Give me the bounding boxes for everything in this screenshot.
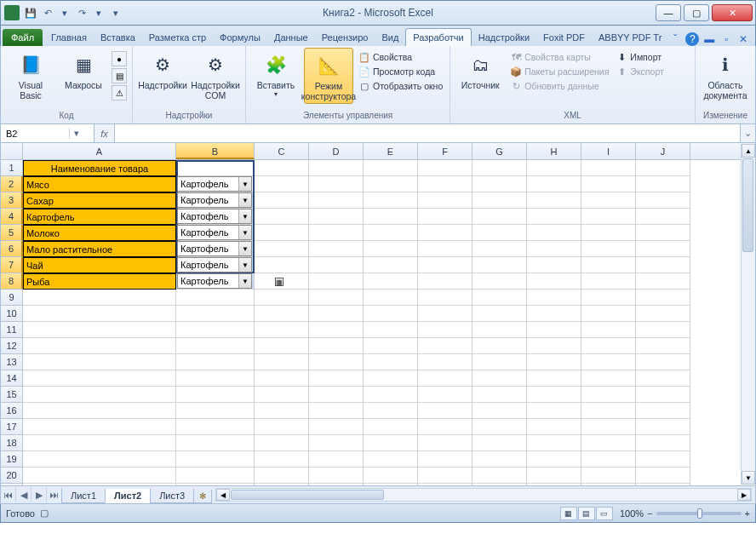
cell[interactable] — [418, 370, 472, 387]
tab-data[interactable]: Данные — [267, 29, 315, 46]
cell[interactable] — [309, 176, 364, 192]
cell[interactable] — [527, 387, 581, 403]
autofill-options-icon[interactable]: ▦ — [275, 278, 284, 286]
cell[interactable] — [255, 451, 309, 468]
cell[interactable] — [309, 209, 364, 225]
row-header[interactable]: 7 — [1, 257, 23, 273]
cell[interactable]: Сахар — [23, 192, 176, 209]
row-header[interactable]: 6 — [1, 241, 23, 257]
cell[interactable] — [472, 273, 527, 290]
cell[interactable] — [23, 354, 176, 370]
cell[interactable] — [364, 338, 418, 354]
macro-record-status-icon[interactable]: ▢ — [40, 508, 49, 519]
cell[interactable] — [581, 209, 636, 225]
row-header[interactable]: 10 — [1, 306, 23, 322]
zoom-out-button[interactable]: − — [647, 508, 652, 519]
cell[interactable] — [472, 160, 527, 176]
expansion-packs-button[interactable]: 📦Пакеты расширения — [508, 65, 610, 78]
cell[interactable] — [309, 257, 364, 273]
pagebreak-view-icon[interactable]: ▭ — [596, 507, 613, 520]
cell[interactable] — [255, 387, 309, 403]
cell[interactable] — [581, 403, 636, 419]
sheet-tab-2[interactable]: Лист2 — [105, 489, 151, 503]
sheet-nav-last-icon[interactable]: ⏭ — [47, 487, 62, 502]
cell[interactable] — [364, 354, 418, 370]
cell[interactable] — [527, 257, 581, 273]
cell[interactable] — [418, 435, 472, 451]
cell[interactable] — [472, 290, 527, 306]
cell[interactable] — [23, 468, 176, 484]
row-header[interactable]: 2 — [1, 176, 23, 192]
row-header[interactable]: 3 — [1, 192, 23, 209]
cell[interactable] — [23, 338, 176, 354]
cell[interactable] — [527, 225, 581, 241]
cell[interactable] — [255, 322, 309, 338]
cell[interactable] — [581, 435, 636, 451]
cell[interactable] — [527, 176, 581, 192]
name-box-input[interactable] — [1, 129, 69, 139]
cell[interactable] — [636, 403, 690, 419]
cell[interactable] — [581, 160, 636, 176]
cell[interactable] — [255, 354, 309, 370]
vscroll-thumb[interactable] — [742, 158, 753, 252]
cell[interactable] — [418, 419, 472, 435]
cell[interactable] — [636, 257, 690, 273]
hscroll-thumb[interactable] — [231, 490, 384, 500]
combobox-control[interactable]: Картофель▼ — [177, 192, 252, 208]
cell[interactable] — [472, 225, 527, 241]
save-icon[interactable]: 💾 — [23, 5, 38, 20]
cell[interactable] — [309, 322, 364, 338]
cell[interactable] — [472, 370, 527, 387]
undo-icon[interactable]: ↶ — [40, 5, 55, 20]
row-header[interactable]: 4 — [1, 209, 23, 225]
cell[interactable] — [364, 257, 418, 273]
cell[interactable] — [636, 468, 690, 484]
cell[interactable] — [364, 209, 418, 225]
cell[interactable] — [364, 387, 418, 403]
tab-review[interactable]: Рецензиро — [315, 29, 375, 46]
cell[interactable] — [23, 435, 176, 451]
chevron-down-icon[interactable]: ▼ — [238, 242, 251, 255]
cell[interactable] — [176, 484, 255, 485]
cell[interactable] — [636, 192, 690, 209]
cell[interactable] — [636, 451, 690, 468]
horizontal-scrollbar[interactable]: ◀ ▶ — [215, 488, 752, 502]
cell[interactable] — [472, 241, 527, 257]
cell[interactable] — [418, 387, 472, 403]
minimize-button[interactable]: — — [656, 4, 681, 21]
combobox-control[interactable]: Картофель▼ — [177, 225, 252, 240]
row-header[interactable]: 15 — [1, 387, 23, 403]
cell[interactable] — [364, 435, 418, 451]
cell[interactable] — [309, 451, 364, 468]
cell[interactable] — [636, 354, 690, 370]
expand-formula-icon[interactable]: ⌄ — [740, 124, 755, 142]
col-header-C[interactable]: C — [255, 143, 309, 159]
row-header[interactable]: 1 — [1, 160, 23, 176]
cell[interactable] — [23, 290, 176, 306]
cell[interactable] — [309, 273, 364, 290]
col-header-A[interactable]: A — [23, 143, 176, 159]
row-header[interactable]: 12 — [1, 338, 23, 354]
cell[interactable] — [364, 290, 418, 306]
row-header[interactable]: 9 — [1, 290, 23, 306]
cell[interactable] — [23, 322, 176, 338]
cell[interactable] — [581, 225, 636, 241]
relative-ref-icon[interactable]: ▤ — [112, 68, 127, 83]
cell[interactable] — [581, 176, 636, 192]
minimize-ribbon-icon[interactable]: ˇ — [668, 32, 682, 46]
cell[interactable]: Наименование товара — [23, 160, 176, 176]
col-header-E[interactable]: E — [364, 143, 418, 159]
cell[interactable] — [636, 176, 690, 192]
cell[interactable] — [364, 160, 418, 176]
row-header[interactable]: 20 — [1, 468, 23, 484]
row-header[interactable]: 21 — [1, 484, 23, 485]
export-button[interactable]: ⬆Экспорт — [614, 65, 665, 78]
cell[interactable] — [176, 322, 255, 338]
qat-dd-icon[interactable]: ▾ — [57, 5, 72, 20]
formula-input[interactable] — [118, 129, 736, 139]
vertical-scrollbar[interactable]: ▲ ▼ — [741, 144, 755, 485]
cell[interactable] — [255, 160, 309, 176]
cell[interactable] — [309, 192, 364, 209]
cell[interactable] — [309, 468, 364, 484]
cell[interactable] — [309, 403, 364, 419]
